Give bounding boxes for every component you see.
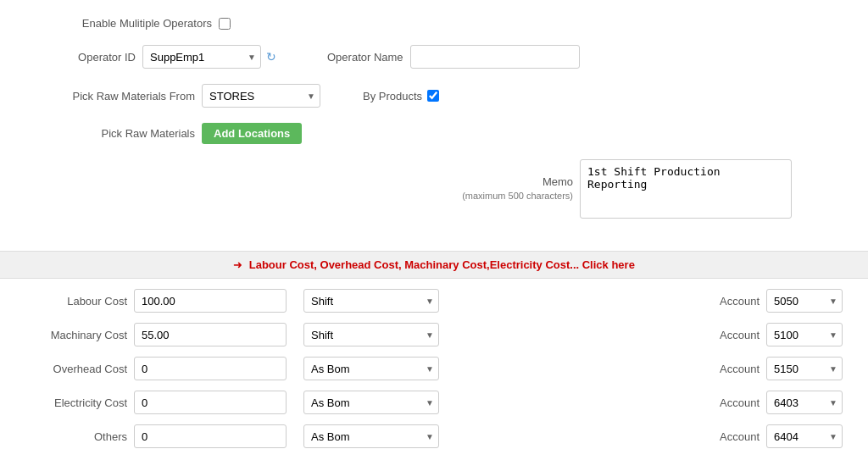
electricity-account-label: Account: [720, 396, 760, 409]
others-account-select[interactable]: 5050 5100 5150 6403 6404: [766, 424, 843, 448]
pick-from-select[interactable]: STORES: [202, 84, 320, 108]
labour-cost-type-wrap: Shift As Bom ▼: [303, 289, 439, 313]
electricity-cost-type-wrap: Shift As Bom ▼: [303, 391, 439, 414]
labour-account-select-wrap: 5050 5100 5150 6403 6404 ▼: [766, 289, 843, 313]
overhead-account-group: Account 5050 5100 5150 6403 6404 ▼: [720, 357, 843, 380]
pick-raw-materials-from-label: Pick Raw Materials From: [25, 90, 195, 103]
cost-expand-text: Labour Cost, Overhead Cost, Machinary Co…: [249, 258, 635, 271]
labour-cost-row: Labour Cost Shift As Bom ▼ Account 5050 …: [25, 289, 843, 313]
overhead-cost-input[interactable]: [134, 357, 287, 380]
machinary-cost-label: Machinary Cost: [25, 329, 127, 341]
others-account-label: Account: [720, 430, 760, 443]
machinary-cost-input[interactable]: [134, 323, 287, 346]
operator-name-label: Operator Name: [327, 51, 403, 64]
electricity-cost-type-select[interactable]: Shift As Bom: [303, 391, 439, 414]
machinary-account-select[interactable]: 5050 5100 5150 6403 6404: [766, 323, 843, 346]
labour-cost-label: Labour Cost: [25, 295, 127, 308]
others-cost-label: Others: [25, 430, 127, 443]
refresh-icon[interactable]: ↻: [266, 50, 276, 64]
labour-cost-type-select[interactable]: Shift As Bom: [303, 289, 439, 313]
add-locations-button[interactable]: Add Locations: [202, 123, 302, 144]
pick-from-select-wrapper: STORES ▼: [202, 84, 320, 108]
electricity-account-group: Account 5050 5100 5150 6403 6404 ▼: [720, 391, 843, 414]
overhead-cost-type-select[interactable]: Shift As Bom: [303, 357, 439, 380]
machinary-account-select-wrap: 5050 5100 5150 6403 6404 ▼: [766, 323, 843, 346]
machinary-account-label: Account: [720, 329, 760, 341]
operator-id-row: Operator ID SuppEmp1 ▼ ↻ Operator Name S…: [25, 45, 843, 69]
operator-id-label: Operator ID: [25, 51, 136, 64]
arrow-icon: ➜: [233, 258, 242, 271]
pick-raw-materials-row: Pick Raw Materials Add Locations: [25, 123, 843, 144]
labour-account-label: Account: [720, 295, 760, 308]
operator-name-input[interactable]: Support Employee: [410, 45, 580, 69]
machinary-account-group: Account 5050 5100 5150 6403 6404 ▼: [720, 323, 843, 346]
electricity-cost-row: Electricity Cost Shift As Bom ▼ Account …: [25, 391, 843, 414]
overhead-cost-row: Overhead Cost Shift As Bom ▼ Account 505…: [25, 357, 843, 380]
pick-raw-materials-from-row: Pick Raw Materials From STORES ▼ By Prod…: [25, 84, 843, 108]
machinary-cost-row: Machinary Cost Shift As Bom ▼ Account 50…: [25, 323, 843, 346]
main-container: Enable Mulitiple Operators Operator ID S…: [0, 0, 868, 449]
overhead-account-select-wrap: 5050 5100 5150 6403 6404 ▼: [766, 357, 843, 380]
labour-cost-input[interactable]: [134, 289, 287, 313]
electricity-cost-input[interactable]: [134, 391, 287, 414]
electricity-cost-label: Electricity Cost: [25, 396, 127, 409]
operator-id-select-wrapper: SuppEmp1 ▼: [142, 45, 261, 69]
memo-row: Memo (maximum 500 characters) 1st Shift …: [25, 159, 792, 219]
memo-textarea[interactable]: 1st Shift Production Reporting: [580, 159, 792, 219]
machinary-cost-type-select[interactable]: Shift As Bom: [303, 323, 439, 346]
labour-account-group: Account 5050 5100 5150 6403 6404 ▼: [720, 289, 843, 313]
overhead-cost-label: Overhead Cost: [25, 363, 127, 375]
overhead-account-select[interactable]: 5050 5100 5150 6403 6404: [766, 357, 843, 380]
pick-raw-materials-label: Pick Raw Materials: [25, 127, 195, 140]
enable-operators-row: Enable Mulitiple Operators: [25, 17, 843, 30]
memo-label-text: Memo: [462, 175, 573, 190]
overhead-cost-type-wrap: Shift As Bom ▼: [303, 357, 439, 380]
overhead-account-label: Account: [720, 363, 760, 375]
electricity-account-select[interactable]: 5050 5100 5150 6403 6404: [766, 391, 843, 414]
labour-account-select[interactable]: 5050 5100 5150 6403 6404: [766, 289, 843, 313]
enable-operators-checkbox[interactable]: [219, 18, 231, 30]
others-account-select-wrap: 5050 5100 5150 6403 6404 ▼: [766, 424, 843, 448]
top-section: Enable Mulitiple Operators Operator ID S…: [0, 0, 868, 242]
machinary-cost-type-wrap: Shift As Bom ▼: [303, 323, 439, 346]
others-account-group: Account 5050 5100 5150 6403 6404 ▼: [720, 424, 843, 448]
cost-expand-link[interactable]: Labour Cost, Overhead Cost, Machinary Co…: [249, 258, 635, 271]
by-products-label: By Products: [363, 90, 422, 103]
memo-sublabel-text: (maximum 500 characters): [462, 190, 573, 202]
enable-operators-label: Enable Mulitiple Operators: [82, 17, 212, 30]
others-cost-type-wrap: Shift As Bom ▼: [303, 424, 439, 448]
others-cost-type-select[interactable]: Shift As Bom: [303, 424, 439, 448]
operator-id-select[interactable]: SuppEmp1: [142, 45, 261, 69]
others-cost-input[interactable]: [134, 424, 287, 448]
cost-section: Labour Cost Shift As Bom ▼ Account 5050 …: [0, 279, 868, 449]
memo-label-group: Memo (maximum 500 characters): [462, 175, 573, 203]
electricity-account-select-wrap: 5050 5100 5150 6403 6404 ▼: [766, 391, 843, 414]
others-cost-row: Others Shift As Bom ▼ Account 5050 5100 …: [25, 424, 843, 448]
divider-section: ➜ Labour Cost, Overhead Cost, Machinary …: [0, 251, 868, 279]
by-products-checkbox[interactable]: [427, 90, 439, 102]
